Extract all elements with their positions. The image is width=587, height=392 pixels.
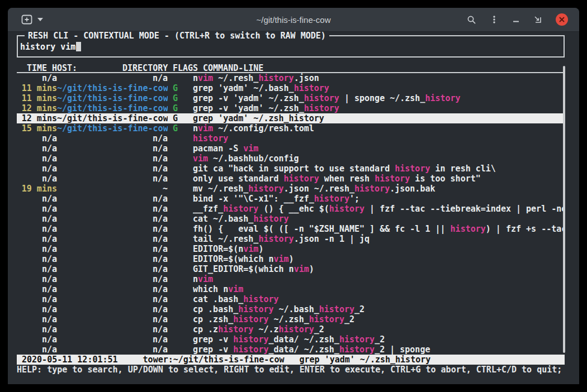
command-match-segment: vim bbox=[198, 274, 213, 284]
history-row[interactable]: n/an/aGIT_EDITOR=$(which nvim) bbox=[17, 264, 565, 274]
history-row[interactable]: n/an/aonly use standard history when res… bbox=[17, 174, 565, 184]
history-row[interactable]: n/an/aEDITOR=$(nvim) bbox=[17, 244, 565, 254]
scrollbar[interactable] bbox=[563, 66, 565, 353]
command-segment: .json.bak bbox=[390, 184, 435, 194]
row-command: grep -v history_data/ ~/.zsh_history_2 bbox=[193, 334, 565, 345]
search-box[interactable]: RESH CLI - CONTEXTUAL MODE - (CTRL+R to … bbox=[17, 35, 565, 58]
command-match-segment: vim bbox=[294, 264, 309, 274]
row-time: n/a bbox=[17, 274, 57, 284]
command-match-segment: history bbox=[294, 83, 329, 93]
row-time: n/a bbox=[17, 324, 57, 334]
history-row[interactable]: n/an/acp .bash_history ~/.bash_history_2 bbox=[17, 304, 565, 314]
command-segment: grep 'yadm' ~/.zsh_history bbox=[193, 113, 324, 123]
terminal-window: ~/git/this-is-fine-cow bbox=[8, 8, 579, 384]
row-flags bbox=[168, 304, 193, 314]
row-time: n/a bbox=[17, 334, 57, 345]
search-query[interactable]: history vim bbox=[20, 42, 75, 52]
command-segment: only use standard bbox=[193, 174, 284, 184]
history-row[interactable]: n/an/anvim bbox=[17, 274, 565, 284]
history-row[interactable]: 15 mins~/git/this-is-fine-cowGnvim ~/.co… bbox=[17, 123, 565, 133]
command-segment: cp .zsh_ bbox=[193, 314, 233, 324]
titlebar-left-group bbox=[8, 15, 43, 25]
close-button[interactable] bbox=[556, 13, 568, 26]
command-segment: fh() { eval $( ([ -n "$ZSH_NAME" ] && fc… bbox=[193, 224, 451, 234]
history-row[interactable]: 19 mins~mv ~/.resh_history.json ~/.resh_… bbox=[17, 184, 565, 194]
row-command: tail ~/.resh_history.json -n 1 | jq bbox=[193, 234, 565, 244]
restore-button[interactable] bbox=[533, 15, 542, 24]
command-segment: n bbox=[193, 123, 198, 133]
minimize-button[interactable] bbox=[512, 15, 520, 24]
row-command: only use standard history when resh hist… bbox=[193, 174, 565, 184]
row-flags bbox=[168, 274, 193, 284]
row-flags bbox=[168, 204, 193, 214]
row-time: n/a bbox=[17, 144, 57, 154]
row-time: 19 mins bbox=[17, 184, 57, 194]
row-flags: G bbox=[168, 113, 193, 123]
command-match-segment: history bbox=[243, 294, 278, 304]
command-match-segment: history bbox=[218, 324, 253, 334]
history-row[interactable]: n/an/a__fzf_history () { __ehc $(history… bbox=[17, 204, 565, 214]
history-row[interactable]: 12 mins~/git/this-is-fine-cowGgrep -v 'y… bbox=[17, 103, 565, 113]
row-command: EDITOR=$(which nvim) bbox=[193, 254, 565, 264]
row-time: n/a bbox=[17, 294, 57, 304]
row-time: n/a bbox=[17, 254, 57, 264]
history-row[interactable]: n/an/avim ~/.bashhub/config bbox=[17, 154, 565, 164]
command-match-segment: history bbox=[279, 324, 314, 334]
history-row[interactable]: n/an/ahistory bbox=[17, 133, 565, 144]
row-command: git ca "hack in support to use standard … bbox=[193, 164, 565, 174]
history-row[interactable]: n/an/acp .zsh_history ~/.zsh_history_2 bbox=[17, 314, 565, 324]
history-row[interactable]: n/an/atail ~/.resh_history.json -n 1 | j… bbox=[17, 234, 565, 244]
row-time: n/a bbox=[17, 204, 57, 214]
history-row[interactable]: 11 mins~/git/this-is-fine-cowGgrep -v 'y… bbox=[17, 93, 565, 103]
history-row[interactable]: n/an/awhich nvim bbox=[17, 284, 565, 294]
row-time: n/a bbox=[17, 214, 57, 224]
command-segment: GIT_EDITOR=$(which n bbox=[193, 264, 294, 274]
kebab-menu-icon[interactable] bbox=[490, 15, 499, 25]
history-row[interactable]: n/an/apacman -S vim bbox=[17, 144, 565, 154]
history-row[interactable]: n/an/agrep -v history_data/ ~/.zsh_histo… bbox=[17, 334, 565, 345]
history-row[interactable]: n/an/anvim ~/.resh_history.json bbox=[17, 73, 565, 83]
history-row[interactable]: n/an/acat .bash_history bbox=[17, 294, 565, 304]
search-icon[interactable] bbox=[467, 15, 476, 25]
history-row-selected[interactable]: 12 mins~/git/this-is-fine-cowGgrep 'yadm… bbox=[17, 113, 565, 123]
row-flags bbox=[168, 184, 193, 194]
command-match-segment: history bbox=[233, 345, 268, 355]
command-segment: EDITOR=$(which n bbox=[193, 254, 274, 264]
new-tab-icon[interactable] bbox=[21, 15, 32, 25]
command-match-segment: history bbox=[395, 164, 430, 174]
row-command: fh() { eval $( ([ -n "$ZSH_NAME" ] && fc… bbox=[193, 224, 565, 234]
history-row[interactable]: n/an/afh() { eval $( ([ -n "$ZSH_NAME" ]… bbox=[17, 224, 565, 234]
command-segment: | sponge ~/.zsh_ bbox=[339, 93, 425, 103]
row-command: vim ~/.bashhub/config bbox=[193, 154, 565, 164]
command-segment: EDITOR=$(n bbox=[193, 244, 243, 254]
command-segment: n bbox=[193, 73, 198, 83]
history-row[interactable]: n/an/abind -x '"\C-x1": __fzf_history'; bbox=[17, 194, 565, 204]
row-flags: G bbox=[168, 103, 193, 113]
command-match-segment: vim bbox=[193, 154, 208, 164]
history-row[interactable]: n/an/aEDITOR=$(which nvim) bbox=[17, 254, 565, 264]
row-command: nvim ~/.config/resh.toml bbox=[193, 123, 565, 133]
history-row[interactable]: n/an/acp .zhistory ~/.zhistory_2 bbox=[17, 324, 565, 334]
titlebar: ~/git/this-is-fine-cow bbox=[8, 8, 579, 32]
row-directory: n/a bbox=[57, 264, 168, 274]
command-match-segment: history bbox=[223, 204, 258, 214]
command-match-segment: history bbox=[253, 214, 288, 224]
row-time: n/a bbox=[17, 234, 57, 244]
command-segment: mv ~/.resh_ bbox=[193, 184, 248, 194]
command-segment: | fzf --tac --tiebreak=index | perl -ne bbox=[364, 204, 565, 214]
row-directory: n/a bbox=[57, 274, 168, 284]
command-segment: ~/.zsh_ bbox=[268, 314, 309, 324]
history-row[interactable]: n/an/agrep -v history_data/ ~/.zsh_histo… bbox=[17, 345, 565, 355]
status-bar: 2020-05-11 12:01:51 tower:~/git/this-is-… bbox=[17, 355, 565, 365]
row-directory: n/a bbox=[57, 294, 168, 304]
row-flags bbox=[168, 164, 193, 174]
row-flags bbox=[168, 144, 193, 154]
history-row[interactable]: n/an/agit ca "hack in support to use sta… bbox=[17, 164, 565, 174]
history-row[interactable]: n/an/acat ~/.bash_history bbox=[17, 214, 565, 224]
command-segment: which n bbox=[193, 284, 228, 294]
history-row[interactable]: 11 mins~/git/this-is-fine-cowGgrep 'yadm… bbox=[17, 83, 565, 93]
new-tab-dropdown-caret-icon[interactable] bbox=[37, 18, 43, 21]
command-segment: grep -v bbox=[193, 334, 233, 345]
command-segment: .json bbox=[294, 73, 319, 83]
row-command: nvim bbox=[193, 274, 565, 284]
